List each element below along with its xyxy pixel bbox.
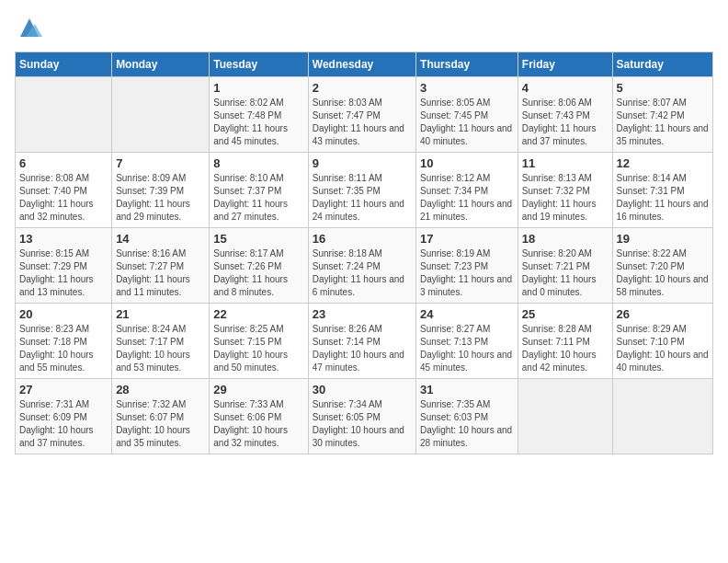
column-header-friday: Friday: [518, 52, 612, 77]
calendar-cell: 13Sunrise: 8:15 AM Sunset: 7:29 PM Dayli…: [16, 228, 112, 304]
calendar-cell: 6Sunrise: 8:08 AM Sunset: 7:40 PM Daylig…: [16, 153, 112, 228]
calendar-cell: 18Sunrise: 8:20 AM Sunset: 7:21 PM Dayli…: [518, 228, 612, 304]
day-info: Sunrise: 8:18 AM Sunset: 7:24 PM Dayligh…: [313, 247, 412, 299]
day-number: 22: [213, 307, 303, 321]
calendar-cell: 27Sunrise: 7:31 AM Sunset: 6:09 PM Dayli…: [16, 379, 112, 454]
day-number: 5: [617, 81, 709, 95]
day-info: Sunrise: 8:10 AM Sunset: 7:37 PM Dayligh…: [213, 172, 303, 224]
day-number: 10: [420, 156, 514, 170]
day-number: 14: [116, 232, 205, 246]
calendar-cell: 8Sunrise: 8:10 AM Sunset: 7:37 PM Daylig…: [210, 153, 308, 228]
day-number: 1: [213, 81, 303, 95]
day-info: Sunrise: 7:33 AM Sunset: 6:06 PM Dayligh…: [213, 398, 303, 450]
calendar-cell: 22Sunrise: 8:25 AM Sunset: 7:15 PM Dayli…: [210, 304, 308, 379]
day-info: Sunrise: 8:29 AM Sunset: 7:10 PM Dayligh…: [617, 323, 709, 374]
logo: [15, 15, 42, 40]
day-number: 3: [420, 81, 514, 95]
calendar-cell: 7Sunrise: 8:09 AM Sunset: 7:39 PM Daylig…: [112, 153, 210, 228]
day-number: 17: [420, 232, 514, 246]
calendar-cell: 26Sunrise: 8:29 AM Sunset: 7:10 PM Dayli…: [612, 304, 712, 379]
day-info: Sunrise: 8:26 AM Sunset: 7:14 PM Dayligh…: [313, 323, 412, 374]
day-info: Sunrise: 8:22 AM Sunset: 7:20 PM Dayligh…: [617, 247, 709, 299]
day-info: Sunrise: 8:03 AM Sunset: 7:47 PM Dayligh…: [313, 97, 412, 148]
column-header-tuesday: Tuesday: [210, 52, 308, 77]
day-info: Sunrise: 8:14 AM Sunset: 7:31 PM Dayligh…: [617, 172, 709, 224]
calendar-cell: 23Sunrise: 8:26 AM Sunset: 7:14 PM Dayli…: [308, 304, 415, 379]
page-header: [15, 15, 713, 40]
calendar-cell: 11Sunrise: 8:13 AM Sunset: 7:32 PM Dayli…: [518, 153, 612, 228]
day-number: 16: [313, 232, 412, 246]
calendar-cell: 16Sunrise: 8:18 AM Sunset: 7:24 PM Dayli…: [308, 228, 415, 304]
day-number: 31: [420, 383, 514, 396]
day-info: Sunrise: 8:25 AM Sunset: 7:15 PM Dayligh…: [213, 323, 303, 374]
calendar-cell: 9Sunrise: 8:11 AM Sunset: 7:35 PM Daylig…: [308, 153, 415, 228]
calendar-cell: 31Sunrise: 7:35 AM Sunset: 6:03 PM Dayli…: [416, 379, 518, 454]
column-header-thursday: Thursday: [416, 52, 518, 77]
day-info: Sunrise: 8:11 AM Sunset: 7:35 PM Dayligh…: [313, 172, 412, 224]
day-number: 2: [313, 81, 412, 95]
day-info: Sunrise: 8:13 AM Sunset: 7:32 PM Dayligh…: [522, 172, 609, 224]
day-number: 21: [116, 307, 205, 321]
calendar-week-row: 20Sunrise: 8:23 AM Sunset: 7:18 PM Dayli…: [16, 304, 713, 379]
day-number: 23: [313, 307, 412, 321]
column-header-sunday: Sunday: [16, 52, 112, 77]
day-info: Sunrise: 8:19 AM Sunset: 7:23 PM Dayligh…: [420, 247, 514, 299]
day-info: Sunrise: 8:08 AM Sunset: 7:40 PM Dayligh…: [19, 172, 108, 224]
day-number: 18: [522, 232, 609, 246]
calendar-cell: 3Sunrise: 8:05 AM Sunset: 7:45 PM Daylig…: [416, 77, 518, 153]
day-info: Sunrise: 8:02 AM Sunset: 7:48 PM Dayligh…: [213, 97, 303, 148]
day-number: 13: [19, 232, 108, 246]
day-number: 6: [19, 156, 108, 170]
day-info: Sunrise: 8:23 AM Sunset: 7:18 PM Dayligh…: [19, 323, 108, 374]
calendar-cell: [612, 379, 712, 454]
day-info: Sunrise: 8:15 AM Sunset: 7:29 PM Dayligh…: [19, 247, 108, 299]
calendar-cell: [518, 379, 612, 454]
day-info: Sunrise: 7:34 AM Sunset: 6:05 PM Dayligh…: [313, 398, 412, 450]
day-number: 19: [617, 232, 709, 246]
column-header-monday: Monday: [112, 52, 210, 77]
day-number: 11: [522, 156, 609, 170]
day-info: Sunrise: 8:09 AM Sunset: 7:39 PM Dayligh…: [116, 172, 205, 224]
calendar-cell: 14Sunrise: 8:16 AM Sunset: 7:27 PM Dayli…: [112, 228, 210, 304]
logo-icon: [17, 15, 42, 40]
calendar-cell: 20Sunrise: 8:23 AM Sunset: 7:18 PM Dayli…: [16, 304, 112, 379]
calendar-cell: 17Sunrise: 8:19 AM Sunset: 7:23 PM Dayli…: [416, 228, 518, 304]
day-number: 30: [313, 383, 412, 396]
calendar-cell: [16, 77, 112, 153]
day-number: 9: [313, 156, 412, 170]
day-number: 4: [522, 81, 609, 95]
day-number: 25: [522, 307, 609, 321]
day-number: 24: [420, 307, 514, 321]
calendar-week-row: 6Sunrise: 8:08 AM Sunset: 7:40 PM Daylig…: [16, 153, 713, 228]
calendar-cell: 21Sunrise: 8:24 AM Sunset: 7:17 PM Dayli…: [112, 304, 210, 379]
day-info: Sunrise: 8:05 AM Sunset: 7:45 PM Dayligh…: [420, 97, 514, 148]
day-info: Sunrise: 8:24 AM Sunset: 7:17 PM Dayligh…: [116, 323, 205, 374]
day-number: 26: [617, 307, 709, 321]
calendar-cell: 5Sunrise: 8:07 AM Sunset: 7:42 PM Daylig…: [612, 77, 712, 153]
day-number: 8: [213, 156, 303, 170]
calendar-cell: 29Sunrise: 7:33 AM Sunset: 6:06 PM Dayli…: [210, 379, 308, 454]
calendar-week-row: 27Sunrise: 7:31 AM Sunset: 6:09 PM Dayli…: [16, 379, 713, 454]
calendar-header-row: SundayMondayTuesdayWednesdayThursdayFrid…: [16, 52, 713, 77]
calendar-cell: 4Sunrise: 8:06 AM Sunset: 7:43 PM Daylig…: [518, 77, 612, 153]
calendar-week-row: 1Sunrise: 8:02 AM Sunset: 7:48 PM Daylig…: [16, 77, 713, 153]
day-info: Sunrise: 8:27 AM Sunset: 7:13 PM Dayligh…: [420, 323, 514, 374]
calendar-cell: 24Sunrise: 8:27 AM Sunset: 7:13 PM Dayli…: [416, 304, 518, 379]
column-header-wednesday: Wednesday: [308, 52, 415, 77]
day-number: 15: [213, 232, 303, 246]
day-number: 28: [116, 383, 205, 396]
day-info: Sunrise: 7:35 AM Sunset: 6:03 PM Dayligh…: [420, 398, 514, 450]
day-number: 29: [213, 383, 303, 396]
calendar-cell: [112, 77, 210, 153]
day-number: 7: [116, 156, 205, 170]
day-info: Sunrise: 8:28 AM Sunset: 7:11 PM Dayligh…: [522, 323, 609, 374]
calendar-week-row: 13Sunrise: 8:15 AM Sunset: 7:29 PM Dayli…: [16, 228, 713, 304]
day-info: Sunrise: 7:32 AM Sunset: 6:07 PM Dayligh…: [116, 398, 205, 450]
day-info: Sunrise: 7:31 AM Sunset: 6:09 PM Dayligh…: [19, 398, 108, 450]
calendar-cell: 19Sunrise: 8:22 AM Sunset: 7:20 PM Dayli…: [612, 228, 712, 304]
day-number: 27: [19, 383, 108, 396]
day-info: Sunrise: 8:16 AM Sunset: 7:27 PM Dayligh…: [116, 247, 205, 299]
calendar-cell: 10Sunrise: 8:12 AM Sunset: 7:34 PM Dayli…: [416, 153, 518, 228]
calendar-cell: 30Sunrise: 7:34 AM Sunset: 6:05 PM Dayli…: [308, 379, 415, 454]
day-info: Sunrise: 8:20 AM Sunset: 7:21 PM Dayligh…: [522, 247, 609, 299]
